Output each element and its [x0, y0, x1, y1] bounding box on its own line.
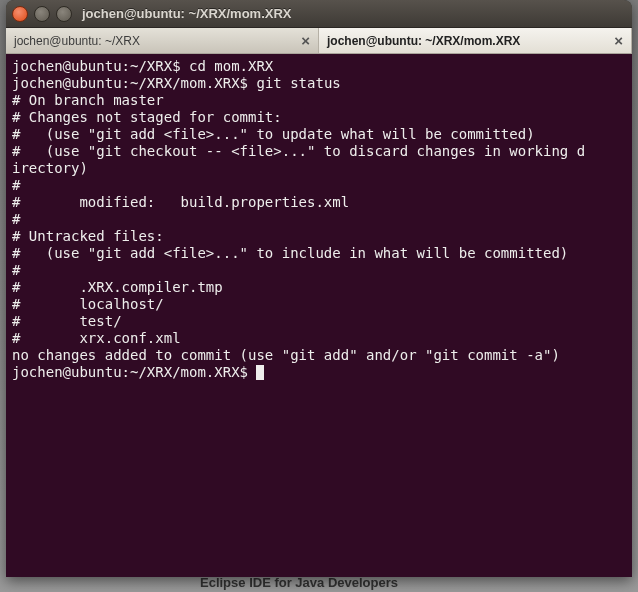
cursor-icon [256, 365, 264, 380]
window-buttons [12, 6, 72, 22]
output-line: # (use "git add <file>..." to update wha… [12, 126, 535, 142]
prompt: jochen@ubuntu:~/XRX/mom.XRX$ [12, 75, 248, 91]
tab-0[interactable]: jochen@ubuntu: ~/XRX × [6, 28, 319, 53]
output-line: no changes added to commit (use "git add… [12, 347, 560, 363]
output-line: # [12, 177, 20, 193]
output-line: # Changes not staged for commit: [12, 109, 282, 125]
output-line: # .XRX.compiler.tmp [12, 279, 223, 295]
output-line: # modified: build.properties.xml [12, 194, 349, 210]
close-icon[interactable] [12, 6, 28, 22]
window-title: jochen@ubuntu: ~/XRX/mom.XRX [82, 6, 292, 21]
prompt: jochen@ubuntu:~/XRX$ [12, 58, 181, 74]
terminal-body[interactable]: jochen@ubuntu:~/XRX$ cd mom.XRX jochen@u… [6, 54, 632, 577]
command-text: git status [256, 75, 340, 91]
output-line: # (use "git add <file>..." to include in… [12, 245, 568, 261]
terminal-window: jochen@ubuntu: ~/XRX/mom.XRX jochen@ubun… [6, 0, 632, 577]
close-icon[interactable]: × [614, 33, 623, 48]
tab-label: jochen@ubuntu: ~/XRX/mom.XRX [327, 34, 520, 48]
prompt: jochen@ubuntu:~/XRX/mom.XRX$ [12, 364, 248, 380]
minimize-icon[interactable] [34, 6, 50, 22]
output-line: # (use "git checkout -- <file>..." to di… [12, 143, 585, 159]
command-text: cd mom.XRX [189, 58, 273, 74]
output-line: # Untracked files: [12, 228, 164, 244]
background-app-text: Eclipse IDE for Java Developers [200, 575, 398, 590]
output-line: # localhost/ [12, 296, 164, 312]
maximize-icon[interactable] [56, 6, 72, 22]
output-line: # On branch master [12, 92, 164, 108]
close-icon[interactable]: × [301, 33, 310, 48]
titlebar[interactable]: jochen@ubuntu: ~/XRX/mom.XRX [6, 0, 632, 28]
output-line: # xrx.conf.xml [12, 330, 181, 346]
output-line: irectory) [12, 160, 88, 176]
output-line: # [12, 211, 20, 227]
tab-label: jochen@ubuntu: ~/XRX [14, 34, 140, 48]
output-line: # test/ [12, 313, 122, 329]
tab-bar: jochen@ubuntu: ~/XRX × jochen@ubuntu: ~/… [6, 28, 632, 54]
tab-1[interactable]: jochen@ubuntu: ~/XRX/mom.XRX × [319, 28, 632, 53]
output-line: # [12, 262, 20, 278]
